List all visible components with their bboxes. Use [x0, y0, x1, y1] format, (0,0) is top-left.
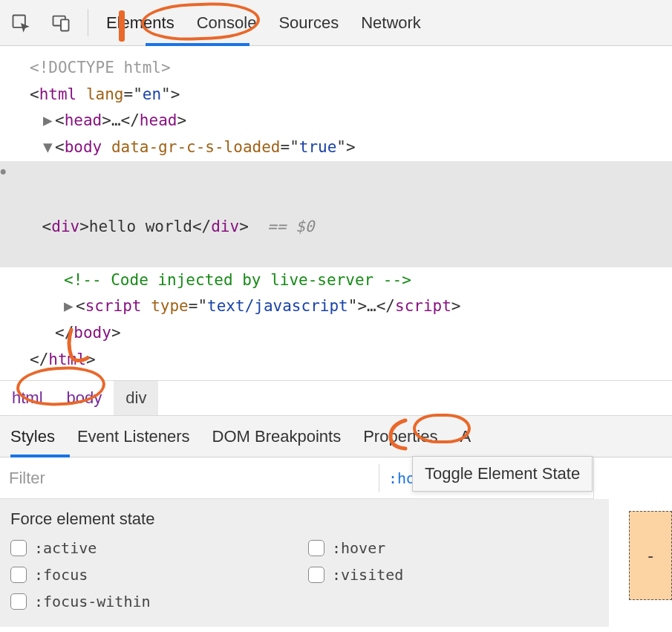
tab-dom-breakpoints[interactable]: DOM Breakpoints — [212, 427, 342, 446]
dom-head[interactable]: ▶<head>…</head> — [30, 108, 672, 134]
dom-tree[interactable]: <!DOCTYPE html> <html lang="en"> ▶<head>… — [0, 46, 672, 380]
svg-rect-2 — [61, 19, 69, 30]
force-element-state-panel: Force element state :active :hover :focu… — [0, 499, 609, 627]
dom-div-selected[interactable]: ••• <div>hello world</div> == $0 — [0, 161, 672, 267]
ellipsis-icon[interactable]: ••• — [0, 164, 8, 182]
dom-body-close[interactable]: </body> — [30, 320, 672, 347]
crumb-div[interactable]: div — [114, 381, 158, 415]
breadcrumb: html body div — [0, 380, 672, 416]
tab-styles[interactable]: Styles — [10, 427, 55, 446]
dom-comment[interactable]: <!-- Code injected by live-server --> — [30, 267, 672, 294]
device-toggle-icon[interactable] — [48, 10, 74, 36]
box-model-fragment: - — [629, 511, 672, 600]
styles-underline — [10, 455, 70, 457]
checkbox-icon[interactable] — [10, 593, 27, 610]
dom-body-open[interactable]: ▼<body data-gr-c-s-loaded="true"> — [30, 134, 672, 161]
tab-elements-label: Elements — [106, 13, 174, 33]
checkbox-icon[interactable] — [308, 540, 324, 556]
force-state-title: Force element state — [10, 509, 598, 529]
crumb-body[interactable]: body — [55, 381, 114, 415]
crumb-html[interactable]: html — [0, 381, 55, 415]
inspect-element-icon[interactable] — [7, 10, 34, 36]
devtools-toolbar: Elements Console Sources Network — [0, 0, 672, 46]
styles-pane-tabs: Styles Event Listeners DOM Breakpoints P… — [0, 416, 672, 457]
state-active[interactable]: :active — [10, 539, 301, 557]
tab-elements[interactable]: Elements — [102, 0, 179, 45]
tab-console[interactable]: Console — [192, 0, 261, 45]
state-focus-within[interactable]: :focus-within — [10, 593, 301, 610]
checkbox-icon[interactable] — [10, 567, 27, 583]
styles-filter-input[interactable] — [0, 457, 379, 498]
state-visited[interactable]: :visited — [308, 566, 598, 584]
tab-sources-label: Sources — [278, 13, 339, 33]
dom-doctype[interactable]: <!DOCTYPE html> — [30, 55, 672, 82]
state-hover[interactable]: :hover — [308, 539, 598, 557]
checkbox-icon[interactable] — [308, 567, 324, 583]
tab-console-label: Console — [197, 13, 257, 33]
tab-network-label: Network — [361, 13, 421, 33]
dom-html-close[interactable]: </html> — [30, 347, 672, 374]
dom-script[interactable]: ▶<script type="text/javascript">…</scrip… — [30, 293, 672, 320]
dom-html-open[interactable]: <html lang="en"> — [30, 82, 672, 108]
tab-sources[interactable]: Sources — [274, 0, 343, 45]
tab-properties[interactable]: Properties — [363, 427, 437, 446]
checkbox-icon[interactable] — [10, 540, 27, 556]
tab-event-listeners[interactable]: Event Listeners — [77, 427, 190, 446]
tab-truncated[interactable]: A — [460, 427, 471, 446]
tab-network[interactable]: Network — [356, 0, 425, 45]
tooltip-toggle-element-state: Toggle Element State — [412, 456, 593, 492]
state-focus[interactable]: :focus — [10, 566, 301, 584]
